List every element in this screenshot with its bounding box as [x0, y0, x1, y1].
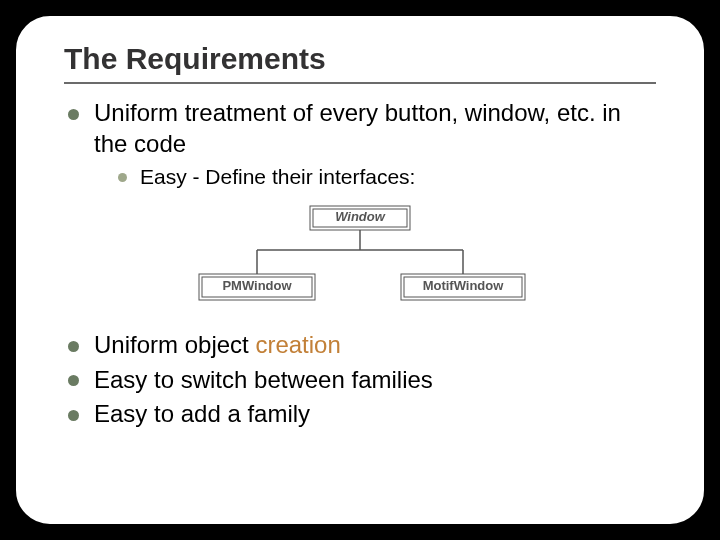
diagram-parent-label: Window [335, 209, 386, 224]
bullet-text-pre: Uniform object [94, 331, 255, 358]
bullet-item: Easy to switch between families [64, 365, 656, 396]
bullet-item: Easy to add a family [64, 399, 656, 430]
bullet-text: Easy to add a family [94, 400, 310, 427]
bullet-item: Uniform treatment of every button, windo… [64, 98, 656, 192]
sub-bullet-text: Easy - Define their interfaces: [140, 165, 415, 188]
class-diagram: Window PMWindow MotifWindow [64, 202, 656, 312]
slide-stage: The Requirements Uniform treatment of ev… [0, 0, 720, 540]
sub-bullet-item: Easy - Define their interfaces: [118, 163, 656, 191]
class-diagram-svg: Window PMWindow MotifWindow [185, 202, 535, 312]
diagram-child-left-label: PMWindow [222, 278, 292, 293]
bullet-item: Uniform object creation [64, 330, 656, 361]
sub-bullet-list: Easy - Define their interfaces: [94, 163, 656, 191]
bullet-text: Easy to switch between families [94, 366, 433, 393]
slide-frame: The Requirements Uniform treatment of ev… [14, 14, 706, 526]
bullet-text: Uniform treatment of every button, windo… [94, 99, 621, 157]
bullet-text-highlight: creation [255, 331, 340, 358]
bullet-list-lower: Uniform object creation Easy to switch b… [64, 330, 656, 430]
slide-title: The Requirements [64, 42, 656, 76]
diagram-child-right-label: MotifWindow [423, 278, 505, 293]
title-underline [64, 82, 656, 84]
bullet-list: Uniform treatment of every button, windo… [64, 98, 656, 192]
